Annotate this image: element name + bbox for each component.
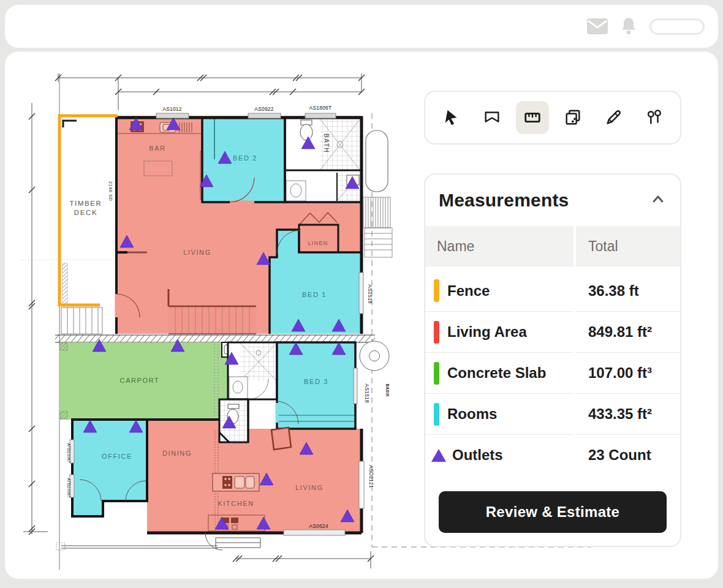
mail-icon[interactable] bbox=[587, 18, 608, 34]
window-label-atd2006t-b: ATD2006T bbox=[67, 478, 71, 499]
room-label-bed1: BED 1 bbox=[302, 291, 327, 298]
column-header-total: Total bbox=[576, 226, 680, 266]
measurement-row-rooms[interactable]: Rooms bbox=[425, 393, 573, 434]
room-label-dining: DINING bbox=[162, 450, 192, 457]
tool-palette bbox=[424, 91, 681, 145]
label-basix: BASIX bbox=[385, 384, 390, 397]
row-total: 23 Count bbox=[588, 447, 651, 464]
window-label-as1806t: AS1806T bbox=[309, 105, 332, 111]
measurement-total-fence[interactable]: 36.38 ft bbox=[576, 270, 680, 311]
room-label-timber-deck: DECK bbox=[74, 209, 97, 216]
window-label-as1012: AS1012 bbox=[162, 106, 182, 112]
row-name: Outlets bbox=[452, 447, 503, 464]
room-label-living-lower: LIVING bbox=[295, 484, 324, 491]
window-label-as0624: AS0624 bbox=[309, 523, 328, 529]
measurement-total-concrete-slab[interactable]: 107.00 ft³ bbox=[576, 352, 680, 393]
row-total: 107.00 ft³ bbox=[588, 364, 652, 382]
living-area-color-chip bbox=[434, 321, 439, 344]
measurement-row-living-area[interactable]: Living Area bbox=[425, 311, 573, 352]
room-label-bar: BAR bbox=[149, 145, 165, 152]
measurement-total-rooms[interactable]: 433.35 ft² bbox=[576, 393, 680, 434]
carport-post bbox=[60, 412, 67, 419]
window-label-as1518-a: AS1518 bbox=[367, 284, 373, 304]
room-label-bath: BATH bbox=[323, 134, 330, 153]
window-label-atd2006t-a: ATD2006T bbox=[67, 443, 71, 464]
flag-icon bbox=[483, 108, 501, 127]
room-label-carport: CARPORT bbox=[120, 377, 160, 384]
room-label-timber-deck: TIMBER bbox=[69, 200, 102, 207]
office-room-overlay[interactable] bbox=[72, 420, 147, 516]
kitchen-island bbox=[213, 473, 259, 491]
bell-icon[interactable] bbox=[620, 17, 637, 36]
bathroom bbox=[285, 118, 362, 202]
room-label-kitchen: KITCHEN bbox=[218, 500, 254, 507]
room-label-office: OFFICE bbox=[102, 453, 132, 460]
measurement-row-outlets[interactable]: Outlets bbox=[425, 434, 573, 475]
door-label-2148sd: 2148 SD bbox=[108, 181, 113, 202]
window-label-as1518-b: AS1518 bbox=[364, 383, 370, 403]
measurements-title: Measurements bbox=[439, 190, 569, 211]
collapse-chevron-icon[interactable] bbox=[651, 192, 665, 208]
measurements-table: Name Total Fence 36.38 ft Living Area 84… bbox=[425, 226, 680, 475]
window-label-as0922: AS0922 bbox=[254, 106, 274, 112]
row-name: Fence bbox=[447, 282, 490, 300]
column-header-name: Name bbox=[425, 226, 573, 266]
room-label-bed2: BED 2 bbox=[233, 154, 257, 162]
right-stairs bbox=[363, 197, 392, 257]
row-name: Living Area bbox=[447, 323, 527, 341]
fence-color-chip bbox=[434, 279, 439, 302]
room-label-linen: LINEN bbox=[308, 239, 328, 246]
rooms-color-chip bbox=[434, 403, 439, 426]
wc-room bbox=[219, 399, 248, 442]
measurements-panel: Measurements Name Total Fence 36.38 ft L… bbox=[424, 173, 681, 547]
main-canvas: TIMBER DECK 2148 SD BAR BED 2 BATH LIVIN… bbox=[5, 51, 718, 579]
pen-tool-button[interactable] bbox=[597, 101, 630, 134]
pins-icon bbox=[645, 108, 663, 127]
bed3-room[interactable] bbox=[276, 342, 355, 429]
deck-stairs bbox=[61, 307, 102, 334]
flag-tool-button[interactable] bbox=[475, 101, 509, 134]
row-total: 849.81 ft² bbox=[588, 323, 652, 341]
top-bar bbox=[5, 5, 718, 48]
review-estimate-button[interactable]: Review & Estimate bbox=[439, 491, 667, 533]
ruler-icon bbox=[523, 108, 542, 127]
pins-tool-button[interactable] bbox=[637, 101, 670, 134]
measurement-total-outlets[interactable]: 23 Count bbox=[576, 434, 680, 475]
pantry-box bbox=[271, 428, 291, 450]
pen-icon bbox=[604, 108, 623, 127]
row-name: Rooms bbox=[447, 405, 497, 423]
pointer-icon bbox=[442, 108, 461, 127]
deck-edge-hatch bbox=[62, 263, 67, 305]
account-pill[interactable] bbox=[649, 18, 705, 35]
pages-tool-button[interactable] bbox=[556, 101, 589, 134]
pages-icon bbox=[564, 108, 582, 127]
row-name: Concrete Slab bbox=[447, 364, 546, 382]
measurement-row-fence[interactable]: Fence bbox=[425, 270, 573, 311]
measurement-total-living-area[interactable]: 849.81 ft² bbox=[576, 311, 680, 352]
hatch-band bbox=[55, 335, 375, 342]
room-label-living-upper: LIVING bbox=[183, 249, 211, 256]
deck-corner-mark bbox=[63, 121, 77, 127]
water-tank bbox=[366, 130, 388, 192]
concrete-slab-color-chip bbox=[434, 362, 439, 385]
ruler-tool-button[interactable] bbox=[516, 101, 549, 134]
carport-post bbox=[60, 343, 67, 350]
outlets-triangle-chip bbox=[431, 449, 446, 462]
lower-bathroom bbox=[228, 342, 277, 399]
room-label-bed3: BED 3 bbox=[304, 378, 328, 385]
row-total: 36.38 ft bbox=[588, 282, 639, 300]
tank-circle bbox=[360, 341, 389, 371]
pointer-tool-button[interactable] bbox=[435, 101, 468, 134]
porch-steps bbox=[216, 538, 260, 548]
measurement-row-concrete-slab[interactable]: Concrete Slab bbox=[425, 352, 573, 393]
row-total: 433.35 ft² bbox=[588, 405, 652, 423]
window-label-asd2121: ASD2121 bbox=[368, 465, 374, 488]
